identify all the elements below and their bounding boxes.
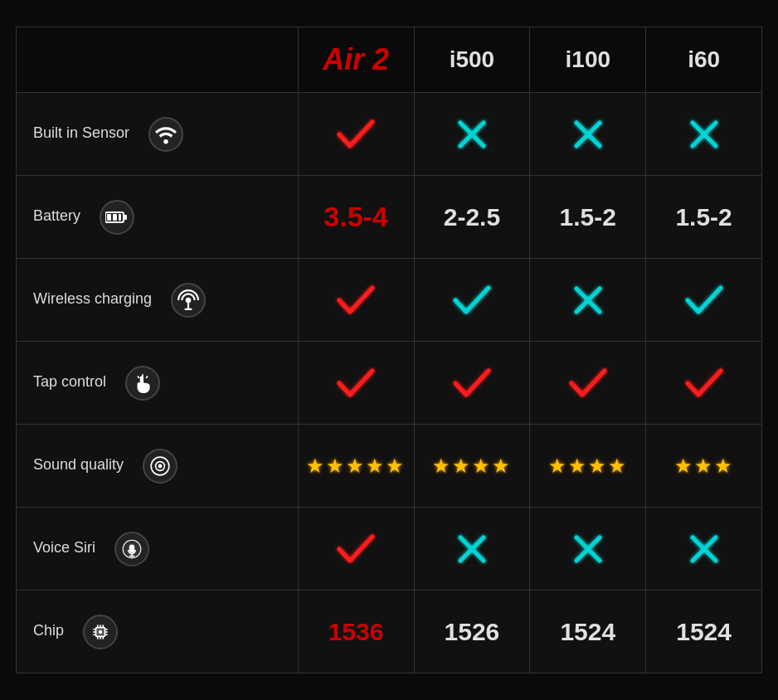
table-row: Wireless charging [17, 259, 762, 342]
header-empty [17, 27, 299, 93]
svg-point-0 [163, 139, 168, 143]
feature-icon [100, 200, 134, 235]
cell-3-1 [414, 342, 530, 425]
cell-1-0: 3.5-4 [298, 176, 414, 259]
svg-rect-11 [119, 214, 121, 221]
feature-cell-2: Wireless charging [17, 259, 299, 342]
feature-label: Voice Siri [33, 539, 95, 557]
feature-label: Sound quality [33, 456, 124, 474]
svg-rect-8 [124, 215, 127, 220]
cell-5-1 [414, 508, 530, 591]
cell-5-2 [530, 508, 646, 591]
cell-4-0: ★★★★★ [298, 425, 414, 508]
table-row: Built in Sensor [17, 93, 762, 176]
feature-label: Chip [33, 622, 64, 639]
feature-icon [143, 449, 177, 484]
cell-0-2 [530, 93, 646, 176]
cell-4-1: ★★★★ [414, 425, 530, 508]
feature-icon [83, 615, 118, 649]
feature-icon [171, 283, 206, 318]
feature-cell-0: Built in Sensor [17, 93, 299, 176]
svg-rect-9 [107, 214, 111, 221]
cell-1-2: 1.5-2 [530, 176, 646, 259]
cell-3-3 [646, 342, 762, 425]
cell-0-3 [646, 93, 762, 176]
cell-5-3 [646, 508, 762, 591]
header-air2: Air 2 [298, 27, 414, 93]
cell-1-1: 2-2.5 [414, 176, 530, 259]
table-row: Tap control [17, 342, 762, 425]
feature-icon [148, 117, 183, 152]
svg-point-40 [99, 630, 102, 633]
feature-icon [125, 366, 160, 401]
cell-6-2: 1524 [530, 591, 646, 673]
feature-cell-4: Sound quality [17, 425, 299, 508]
cell-0-0 [298, 93, 414, 176]
cell-2-1 [414, 259, 530, 342]
cell-3-0 [298, 342, 414, 425]
table-row: Sound quality ★★★★★★★★★★★★★★★★ [17, 425, 762, 508]
cell-2-0 [298, 259, 414, 342]
feature-cell-6: Chip [17, 591, 299, 673]
cell-5-0 [298, 508, 414, 591]
cell-1-3: 1.5-2 [646, 176, 762, 259]
feature-label: Tap control [33, 373, 106, 391]
cell-6-3: 1524 [646, 591, 762, 673]
feature-cell-3: Tap control [17, 342, 299, 425]
cell-3-2 [530, 342, 646, 425]
feature-cell-1: Battery [17, 176, 299, 259]
svg-rect-10 [113, 214, 117, 221]
header-i100: i100 [530, 27, 646, 93]
feature-label: Battery [33, 207, 80, 225]
table-row: Voice Siri [17, 508, 762, 591]
comparison-table: Air 2 i500 i100 i60 Built in Sensor [16, 27, 762, 673]
cell-4-3: ★★★ [646, 425, 762, 508]
header-i60: i60 [646, 27, 762, 93]
feature-icon [114, 532, 149, 566]
cell-6-1: 1526 [414, 591, 530, 673]
header-i500: i500 [414, 27, 530, 93]
feature-label: Wireless charging [33, 290, 152, 308]
feature-label: Built in Sensor [33, 124, 129, 142]
feature-cell-5: Voice Siri [17, 508, 299, 591]
cell-6-0: 1536 [298, 591, 414, 673]
cell-0-1 [414, 93, 530, 176]
cell-2-3 [646, 259, 762, 342]
cell-2-2 [530, 259, 646, 342]
table-row: Chip 1536152615241524 [17, 591, 762, 673]
table-row: Battery 3.5-42-2.51.5-21.5-2 [17, 176, 762, 259]
svg-point-19 [158, 464, 161, 467]
cell-4-2: ★★★★ [530, 425, 646, 508]
